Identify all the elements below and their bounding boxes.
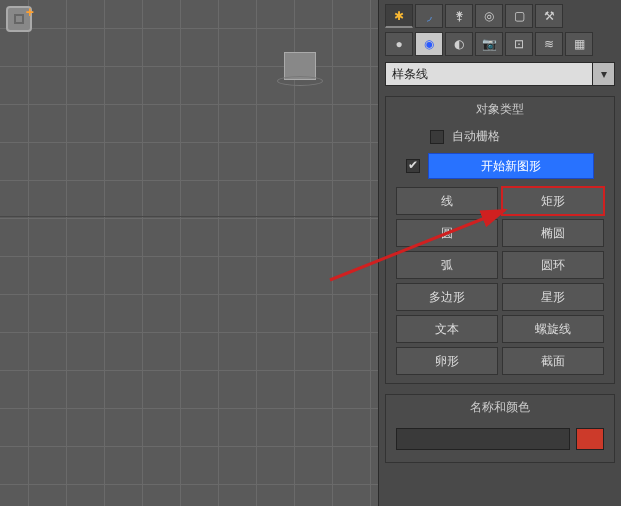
grid-icon: ▦ (574, 37, 585, 51)
category-dropdown[interactable]: 样条线 ▾ (385, 62, 615, 86)
btn-helix[interactable]: 螺旋线 (502, 315, 604, 343)
btn-egg[interactable]: 卵形 (396, 347, 498, 375)
btn-text[interactable]: 文本 (396, 315, 498, 343)
chevron-down-icon: ▾ (593, 62, 615, 86)
subtab-helpers[interactable]: ⊡ (505, 32, 533, 56)
create-subtabs: ● ◉ ◐ 📷 ⊡ ≋ ▦ (385, 32, 615, 56)
sun-icon: ✱ (394, 9, 404, 23)
arc-icon: ◞ (427, 9, 432, 23)
rollout-object-type: 对象类型 自动栅格 开始新图形 线 矩形 圆 椭圆 弧 圆环 多边形 星形 文本… (385, 96, 615, 384)
autogrid-label: 自动栅格 (452, 128, 500, 145)
viewport-maximize-button[interactable]: + (6, 6, 32, 32)
viewport[interactable]: + (0, 0, 378, 506)
btn-section[interactable]: 截面 (502, 347, 604, 375)
subtab-cameras[interactable]: 📷 (475, 32, 503, 56)
viewport-grid (0, 0, 378, 506)
autogrid-row[interactable]: 自动栅格 (386, 126, 614, 153)
hammer-icon: ⚒ (544, 9, 555, 23)
tab-create[interactable]: ✱ (385, 4, 413, 28)
subtab-systems[interactable]: ▦ (565, 32, 593, 56)
object-type-grid: 线 矩形 圆 椭圆 弧 圆环 多边形 星形 文本 螺旋线 卵形 截面 (386, 187, 614, 375)
btn-arc[interactable]: 弧 (396, 251, 498, 279)
autogrid-checkbox[interactable] (430, 130, 444, 144)
subtab-spacewarps[interactable]: ≋ (535, 32, 563, 56)
sphere-icon: ● (395, 37, 402, 51)
btn-donut[interactable]: 圆环 (502, 251, 604, 279)
plus-icon: + (26, 4, 34, 20)
object-base-disc (277, 76, 323, 86)
viewport-axis-horizontal (0, 216, 378, 217)
object-name-input[interactable] (396, 428, 570, 450)
tab-display[interactable]: ▢ (505, 4, 533, 28)
btn-ellipse[interactable]: 椭圆 (502, 219, 604, 247)
rollout-title: 名称和颜色 (386, 395, 614, 424)
camera-icon: 📷 (482, 37, 497, 51)
btn-circle[interactable]: 圆 (396, 219, 498, 247)
subtab-lights[interactable]: ◐ (445, 32, 473, 56)
wheel-icon: ◎ (484, 9, 494, 23)
tab-hierarchy[interactable]: ⚵ (445, 4, 473, 28)
command-panel: ✱ ◞ ⚵ ◎ ▢ ⚒ ● ◉ ◐ 📷 ⊡ ≋ ▦ 样条线 ▾ 对象类型 自动栅… (378, 0, 621, 506)
dropdown-value: 样条线 (385, 62, 593, 86)
newshape-button[interactable]: 开始新图形 (428, 153, 594, 179)
panel-tabs: ✱ ◞ ⚵ ◎ ▢ ⚒ (385, 4, 615, 28)
tab-motion[interactable]: ◎ (475, 4, 503, 28)
light-icon: ◐ (454, 37, 464, 51)
tab-utilities[interactable]: ⚒ (535, 4, 563, 28)
subtab-geometry[interactable]: ● (385, 32, 413, 56)
btn-rectangle[interactable]: 矩形 (502, 187, 604, 215)
monitor-icon: ▢ (514, 9, 525, 23)
color-swatch[interactable] (576, 428, 604, 450)
square-icon (14, 14, 24, 24)
helper-icon: ⊡ (514, 37, 524, 51)
wave-icon: ≋ (544, 37, 554, 51)
btn-star[interactable]: 星形 (502, 283, 604, 311)
newshape-checkbox[interactable] (406, 159, 420, 173)
rollout-title: 对象类型 (386, 97, 614, 126)
tab-modify[interactable]: ◞ (415, 4, 443, 28)
viewport-object[interactable] (280, 52, 320, 86)
btn-line[interactable]: 线 (396, 187, 498, 215)
shapes-icon: ◉ (424, 37, 434, 51)
subtab-shapes[interactable]: ◉ (415, 32, 443, 56)
rollout-name-color: 名称和颜色 (385, 394, 615, 463)
hierarchy-icon: ⚵ (455, 9, 464, 23)
newshape-row: 开始新图形 (386, 153, 614, 187)
btn-polygon[interactable]: 多边形 (396, 283, 498, 311)
